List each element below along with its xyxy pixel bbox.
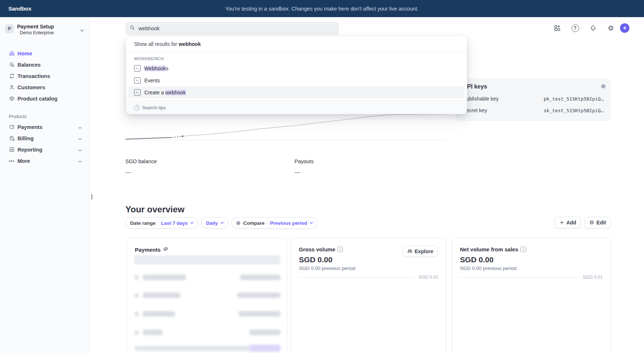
payouts-value: — <box>294 169 300 176</box>
redacted-value <box>238 311 281 317</box>
sidebar-item-billing[interactable]: Billing <box>0 133 89 144</box>
sidebar-item-product-catalog[interactable]: Product catalog <box>0 93 89 104</box>
redacted-chip <box>249 345 281 352</box>
close-icon[interactable]: ⊗ <box>601 83 606 90</box>
redacted-dot <box>134 330 139 335</box>
compare-filter[interactable]: ⊗ Compare Previous period <box>231 217 318 229</box>
search-icon <box>130 25 135 32</box>
payouts-label: Payouts <box>294 158 313 164</box>
redacted-value <box>240 275 281 280</box>
edit-button[interactable]: ⚙ Edit <box>585 217 611 228</box>
app-window: Sandbox You're testing in a sandbox. Cha… <box>0 0 644 353</box>
plus-icon: + <box>559 219 564 226</box>
sidebar-item-payments[interactable]: Payments <box>0 121 89 133</box>
date-range-filter[interactable]: Date range Last 7 days <box>125 217 198 229</box>
sidebar-item-home[interactable]: Home <box>0 48 89 59</box>
chevron-down-icon <box>310 222 313 224</box>
settings-gear-icon[interactable]: ⚙ <box>606 23 616 33</box>
interval-filter[interactable]: Daily <box>201 217 228 229</box>
chevron-down-icon <box>78 147 82 153</box>
date-range-label: Date range <box>130 220 156 226</box>
notifications-bell-icon[interactable] <box>588 23 598 33</box>
search-results-dropdown: Show all results for webhook WORKBENCH >… <box>126 36 467 114</box>
chevron-down-icon <box>78 136 82 141</box>
interval-value: Daily <box>206 220 218 226</box>
sandbox-brand: Sandbox <box>8 5 31 12</box>
sidebar-section-products: Products <box>0 114 89 119</box>
show-all-prefix: Show all results for <box>134 41 177 47</box>
redacted-label <box>143 275 186 280</box>
sidebar-item-transactions[interactable]: Transactions <box>0 70 89 82</box>
previous-period-line <box>298 277 415 278</box>
eye-slash-icon[interactable] <box>163 246 168 253</box>
result-create-webhook[interactable]: >_ Create a webhook <box>128 86 465 98</box>
search-tips-link[interactable]: ? Search tips <box>126 101 467 114</box>
edit-label: Edit <box>597 220 606 225</box>
sandbox-banner-message: You're testing in a sandbox. Changes you… <box>0 6 644 12</box>
redacted-dot <box>134 312 139 316</box>
global-search <box>125 22 339 35</box>
apps-grid-icon[interactable] <box>553 23 562 33</box>
sidebar-item-label: Billing <box>17 136 34 141</box>
payments-icon <box>9 124 15 130</box>
net-volume-amount: SGD 0.00 <box>460 255 603 264</box>
show-all-query: webhook <box>179 41 201 47</box>
explore-button[interactable]: Explore <box>403 246 438 257</box>
remove-compare-icon[interactable]: ⊗ <box>236 220 241 226</box>
help-icon[interactable]: ? <box>570 23 580 33</box>
page-title: Your overview <box>125 204 184 215</box>
sidebar-item-label: Reporting <box>17 147 42 153</box>
result-events[interactable]: >_ Events <box>128 74 465 86</box>
create-plus-button[interactable]: + <box>620 23 629 33</box>
terminal-icon: >_ <box>134 77 141 84</box>
redacted-label <box>143 293 180 298</box>
sidebar: P Payment Setup Demo Enterprise Home Bal… <box>0 17 89 353</box>
result-highlight: Webhook <box>144 66 166 71</box>
sidebar-item-balances[interactable]: Balances <box>0 59 89 70</box>
sidebar-item-label: Payments <box>17 124 43 130</box>
publishable-key-label: Publishable key <box>463 96 499 102</box>
account-switcher[interactable]: P Payment Setup Demo Enterprise <box>5 24 84 40</box>
redacted-header-bar <box>134 255 280 264</box>
sidebar-item-customers[interactable]: Customers <box>0 82 89 93</box>
overview-filters: Date range Last 7 days Daily ⊗ Compare P… <box>125 217 318 229</box>
sgd-balance-label: SGD balance <box>125 158 157 164</box>
result-webhooks[interactable]: >_ Webhooks <box>128 62 465 74</box>
redacted-dot <box>134 275 139 280</box>
previous-period-line <box>458 277 579 278</box>
gross-volume-title: Gross volume <box>299 246 335 252</box>
api-key-row: Publishable key pk_test_51SKtp5BIpiQ… <box>463 96 604 102</box>
info-icon[interactable]: i <box>337 247 343 252</box>
payments-card: Payments <box>126 238 287 353</box>
compare-label: Compare <box>243 220 265 226</box>
payments-card-title: Payments <box>135 247 161 253</box>
account-org: Demo Enterprise <box>20 30 80 36</box>
redacted-value <box>249 330 281 335</box>
workbench-section-label: WORKBENCH <box>126 52 467 62</box>
gear-icon: ⚙ <box>589 219 594 226</box>
sidebar-item-more[interactable]: ••• More <box>0 155 89 166</box>
api-key-row: Secret key sk_test_51SKtp5BIpiQ… <box>463 107 604 113</box>
account-avatar: P <box>5 24 14 33</box>
search-input[interactable] <box>138 25 335 32</box>
secret-key-value[interactable]: sk_test_51SKtp5BIpiQ… <box>544 108 604 113</box>
search-tips-label: Search tips <box>142 105 166 110</box>
publishable-key-value[interactable]: pk_test_51SKtp5BIpiQ… <box>544 96 604 102</box>
transactions-icon <box>9 73 15 79</box>
reporting-icon <box>9 147 15 153</box>
add-label: Add <box>566 220 576 225</box>
add-button[interactable]: + Add <box>555 217 581 228</box>
question-circle-icon: ? <box>134 105 140 110</box>
chevron-down-icon <box>190 222 194 224</box>
sidebar-item-label: Balances <box>17 62 41 68</box>
binoculars-icon <box>407 248 413 255</box>
sidebar-nav: Home Balances Transactions Customers <box>0 48 89 166</box>
product-catalog-icon <box>9 96 15 102</box>
sidebar-item-reporting[interactable]: Reporting <box>0 144 89 155</box>
net-volume-card: Net volume from sales i SGD 0.00 SGD 0.0… <box>452 238 611 353</box>
show-all-results-item[interactable]: Show all results for webhook <box>126 36 467 52</box>
result-text: Events <box>144 78 160 83</box>
info-icon[interactable]: i <box>520 247 526 252</box>
sidebar-item-label: Product catalog <box>17 96 58 102</box>
sidebar-item-label: Customers <box>17 85 45 90</box>
